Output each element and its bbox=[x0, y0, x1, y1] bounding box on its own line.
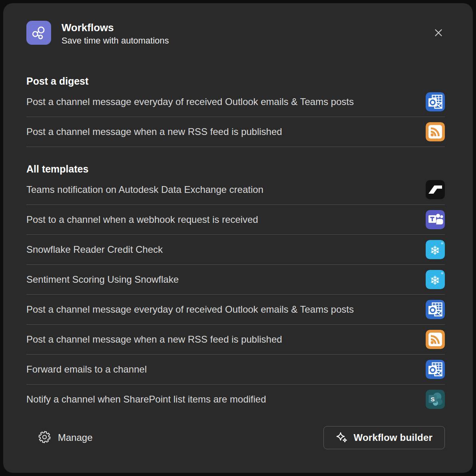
outlook-icon bbox=[426, 360, 445, 379]
workflow-template-label: Post a channel message everyday of recei… bbox=[26, 304, 354, 315]
workflow-template-row[interactable]: Teams notification on Autodesk Data Exch… bbox=[26, 175, 445, 205]
workflow-builder-label: Workflow builder bbox=[354, 432, 432, 443]
sharepoint-icon: S bbox=[426, 390, 445, 409]
section: All templatesTeams notification on Autod… bbox=[26, 163, 445, 414]
workflow-template-row[interactable]: Post a channel message when a new RSS fe… bbox=[26, 117, 445, 147]
svg-text:S: S bbox=[430, 396, 434, 403]
manage-button[interactable]: Manage bbox=[38, 431, 93, 444]
dialog-title: Workflows bbox=[61, 21, 169, 34]
workflow-glyph-icon bbox=[30, 24, 48, 42]
workflow-template-label: Sentiment Scoring Using Snowflake bbox=[26, 274, 179, 285]
dialog-header: Workflows Save time with automations bbox=[26, 21, 445, 46]
dialog-footer: Manage Workflow builder bbox=[26, 426, 445, 449]
autodesk-icon bbox=[426, 180, 445, 199]
workflow-template-row[interactable]: Sentiment Scoring Using Snowflake ❄ ® bbox=[26, 265, 445, 295]
teams-icon bbox=[426, 210, 445, 229]
dialog-titles: Workflows Save time with automations bbox=[61, 21, 169, 46]
workflow-template-row[interactable]: Post to a channel when a webhook request… bbox=[26, 205, 445, 235]
snowflake-icon: ❄ ® bbox=[426, 270, 445, 289]
workflow-template-label: Teams notification on Autodesk Data Exch… bbox=[26, 184, 264, 195]
workflow-template-label: Post a channel message when a new RSS fe… bbox=[26, 334, 282, 345]
workflow-template-row[interactable]: Post a channel message when a new RSS fe… bbox=[26, 325, 445, 355]
rss-icon bbox=[426, 330, 445, 349]
close-icon bbox=[432, 26, 445, 39]
outlook-icon bbox=[426, 300, 445, 319]
template-sections: Post a digestPost a channel message ever… bbox=[26, 75, 445, 414]
workflow-template-label: Post a channel message when a new RSS fe… bbox=[26, 126, 282, 137]
workflow-template-label: Post a channel message everyday of recei… bbox=[26, 96, 354, 107]
dialog-subtitle: Save time with automations bbox=[61, 35, 169, 46]
workflow-template-row[interactable]: Post a channel message everyday of recei… bbox=[26, 295, 445, 325]
section: Post a digestPost a channel message ever… bbox=[26, 75, 445, 147]
svg-text:®: ® bbox=[441, 242, 444, 245]
manage-label: Manage bbox=[58, 432, 93, 443]
workflow-template-label: Forward emails to a channel bbox=[26, 364, 147, 375]
workflow-template-row[interactable]: Forward emails to a channel bbox=[26, 355, 445, 385]
svg-text:❄: ❄ bbox=[430, 243, 440, 258]
workflow-template-label: Post to a channel when a webhook request… bbox=[26, 214, 258, 225]
workflow-template-row[interactable]: Post a channel message everyday of recei… bbox=[26, 87, 445, 117]
close-button[interactable] bbox=[430, 25, 446, 41]
workflows-app-icon bbox=[26, 21, 51, 45]
workflow-template-label: Notify a channel when SharePoint list it… bbox=[26, 394, 266, 405]
svg-text:®: ® bbox=[441, 272, 444, 275]
section-heading: All templates bbox=[26, 163, 445, 175]
section-heading: Post a digest bbox=[26, 75, 445, 87]
gear-icon bbox=[38, 431, 51, 444]
snowflake-icon: ❄ ® bbox=[426, 240, 445, 259]
workflow-template-row[interactable]: Snowflake Reader Credit Check ❄ ® bbox=[26, 235, 445, 265]
outlook-icon bbox=[426, 92, 445, 111]
workflow-builder-button[interactable]: Workflow builder bbox=[323, 426, 445, 449]
rss-icon bbox=[426, 122, 445, 141]
workflow-template-label: Snowflake Reader Credit Check bbox=[26, 244, 163, 255]
workflow-template-row[interactable]: Notify a channel when SharePoint list it… bbox=[26, 385, 445, 414]
sparkle-icon bbox=[336, 432, 348, 444]
svg-text:❄: ❄ bbox=[430, 273, 440, 288]
workflows-dialog: Workflows Save time with automations Pos… bbox=[3, 3, 473, 473]
